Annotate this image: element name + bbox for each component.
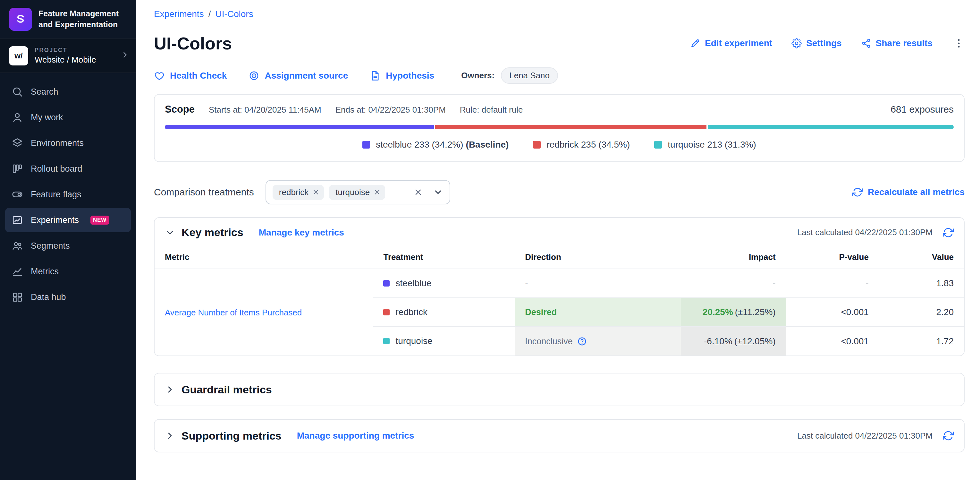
layers-icon xyxy=(11,137,23,149)
sidebar-item-label: Segments xyxy=(31,241,70,251)
scope-rule: Rule: default rule xyxy=(460,105,523,115)
last-calculated-label: Last calculated 04/22/2025 01:30PM xyxy=(797,431,932,441)
col-value: Value xyxy=(879,246,964,269)
remove-chip-icon[interactable] xyxy=(374,189,381,196)
more-options-button[interactable] xyxy=(953,38,965,49)
direction-cell: Inconclusive xyxy=(515,327,681,356)
share-icon xyxy=(861,38,871,48)
edit-experiment-button[interactable]: Edit experiment xyxy=(690,38,772,48)
turquoise-swatch xyxy=(654,141,662,148)
legend-item-turquoise: turquoise 213 (31.3%) xyxy=(654,140,756,150)
owners-group: Owners: Lena Sano xyxy=(461,67,558,84)
supporting-metrics-title: Supporting metrics xyxy=(181,430,282,442)
owner-chip: Lena Sano xyxy=(501,67,558,84)
comparison-row: Comparison treatments redbrick turquoise… xyxy=(154,180,965,204)
chip-turquoise[interactable]: turquoise xyxy=(329,185,385,200)
refresh-icon[interactable] xyxy=(943,430,954,441)
sidebar-item-label: Metrics xyxy=(31,266,59,277)
treatment-distribution-bar xyxy=(165,125,954,129)
treatment-redbrick: redbrick xyxy=(383,307,428,317)
value-cell: 1.83 xyxy=(879,269,964,298)
metric-name-link[interactable]: Average Number of Items Purchased xyxy=(165,308,302,317)
col-metric: Metric xyxy=(154,246,373,269)
chevron-right-icon[interactable] xyxy=(165,384,175,395)
assignment-source-link[interactable]: Assignment source xyxy=(248,70,348,81)
sidebar-item-label: Data hub xyxy=(31,292,66,302)
steelblue-swatch xyxy=(383,280,390,287)
last-calculated-label: Last calculated 04/22/2025 01:30PM xyxy=(797,228,932,238)
p-value-cell: <0.001 xyxy=(786,327,879,356)
sidebar-item-search[interactable]: Search xyxy=(5,80,131,104)
manage-supporting-metrics-link[interactable]: Manage supporting metrics xyxy=(297,431,414,441)
chevron-down-icon[interactable] xyxy=(433,187,443,197)
comparison-treatments-select[interactable]: redbrick turquoise xyxy=(266,180,450,204)
sidebar-item-segments[interactable]: Segments xyxy=(5,234,131,258)
app-logo-icon xyxy=(9,8,32,31)
redbrick-swatch xyxy=(383,309,390,316)
project-switcher[interactable]: w/ PROJECT Website / Mobile xyxy=(0,38,136,73)
breadcrumb-experiments-link[interactable]: Experiments xyxy=(154,9,204,19)
project-badge: w/ xyxy=(9,46,28,65)
refresh-icon[interactable] xyxy=(943,227,954,238)
chip-redbrick[interactable]: redbrick xyxy=(272,185,324,200)
sidebar-item-feature-flags[interactable]: Feature flags xyxy=(5,182,131,207)
key-metrics-header: Key metrics Manage key metrics Last calc… xyxy=(154,218,964,244)
exposures-count: 681 exposures xyxy=(891,104,954,115)
impact-cell: -6.10%(±12.05%) xyxy=(681,327,786,356)
treatment-legend: steelblue 233 (34.2%)(Baseline) redbrick… xyxy=(165,140,954,150)
guardrail-metrics-title: Guardrail metrics xyxy=(181,383,272,396)
sidebar-item-label: Search xyxy=(31,87,58,97)
sidebar-item-metrics[interactable]: Metrics xyxy=(5,259,131,284)
legend-item-redbrick: redbrick 235 (34.5%) xyxy=(533,140,630,150)
bar-segment-redbrick xyxy=(435,125,706,129)
redbrick-swatch xyxy=(533,141,541,148)
brand: Feature Management and Experimentation xyxy=(0,0,136,38)
share-results-button[interactable]: Share results xyxy=(861,38,932,48)
sidebar-nav: Search My work Environments Rollout boar… xyxy=(0,73,136,316)
col-direction: Direction xyxy=(515,246,681,269)
legend-item-steelblue: steelblue 233 (34.2%)(Baseline) xyxy=(363,140,509,150)
line-chart-icon xyxy=(11,266,23,277)
collapse-chevron-down-icon[interactable] xyxy=(165,228,175,238)
settings-button[interactable]: Settings xyxy=(791,38,842,48)
key-metrics-title: Key metrics xyxy=(181,226,243,239)
page-title: UI-Colors xyxy=(154,33,232,53)
direction-cell: - xyxy=(515,269,681,298)
hypothesis-link[interactable]: Hypothesis xyxy=(370,70,434,81)
bar-segment-turquoise xyxy=(708,125,954,129)
main-content: Experiments / UI-Colors UI-Colors Edit e… xyxy=(136,0,980,480)
bar-segment-steelblue xyxy=(165,125,434,129)
remove-chip-icon[interactable] xyxy=(312,189,320,196)
supporting-metrics-card[interactable]: Supporting metrics Manage supporting met… xyxy=(154,419,965,453)
sidebar-item-data-hub[interactable]: Data hub xyxy=(5,285,131,309)
turquoise-swatch xyxy=(383,338,390,344)
sidebar-item-my-work[interactable]: My work xyxy=(5,105,131,130)
search-icon xyxy=(11,86,23,97)
clear-all-icon[interactable] xyxy=(414,188,423,197)
sidebar-item-label: Feature flags xyxy=(31,190,81,199)
brand-title: Feature Management and Experimentation xyxy=(38,8,127,30)
scope-card: Scope Starts at: 04/20/2025 11:45AM Ends… xyxy=(154,94,965,162)
value-cell: 1.72 xyxy=(879,327,964,356)
guardrail-metrics-card[interactable]: Guardrail metrics xyxy=(154,373,965,406)
meta-row: Health Check Assignment source Hypothesi… xyxy=(154,67,965,84)
impact-cell: - xyxy=(681,269,786,298)
sidebar-item-experiments[interactable]: Experiments NEW xyxy=(5,208,131,232)
manage-key-metrics-link[interactable]: Manage key metrics xyxy=(259,228,344,238)
p-value-cell: - xyxy=(786,269,879,298)
sidebar-item-environments[interactable]: Environments xyxy=(5,131,131,155)
sidebar-item-label: Environments xyxy=(31,138,84,148)
owners-label: Owners: xyxy=(461,70,495,81)
steelblue-swatch xyxy=(363,141,370,148)
help-circle-icon[interactable] xyxy=(577,336,587,346)
recalculate-all-metrics-button[interactable]: Recalculate all metrics xyxy=(853,187,965,197)
breadcrumb-current-link[interactable]: UI-Colors xyxy=(215,9,253,19)
chevron-right-icon[interactable] xyxy=(165,431,175,441)
treatment-turquoise: turquoise xyxy=(383,336,432,346)
health-check-link[interactable]: Health Check xyxy=(154,70,227,81)
sidebar-item-rollout-board[interactable]: Rollout board xyxy=(5,156,131,181)
breadcrumb: Experiments / UI-Colors xyxy=(154,9,965,19)
p-value-cell: <0.001 xyxy=(786,298,879,327)
col-treatment: Treatment xyxy=(373,246,515,269)
col-impact: Impact xyxy=(681,246,786,269)
